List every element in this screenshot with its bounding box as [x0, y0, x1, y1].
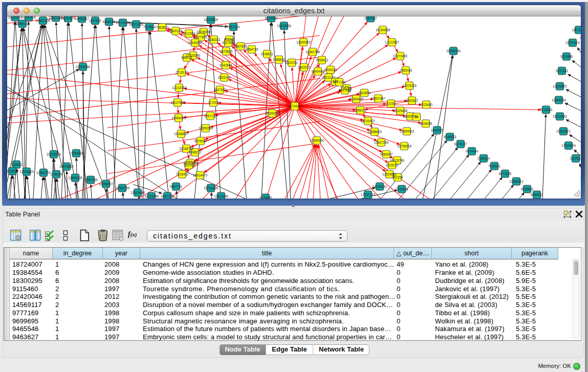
svg-text:12213363: 12213363	[172, 86, 187, 90]
svg-text:9245652: 9245652	[521, 187, 534, 191]
svg-text:7986372: 7986372	[354, 108, 367, 112]
svg-text:19384554: 19384554	[310, 139, 324, 142]
svg-text:7515524: 7515524	[143, 25, 156, 29]
svg-text:15716485: 15716485	[204, 186, 219, 190]
svg-text:9657791: 9657791	[170, 185, 183, 188]
svg-text:8454749: 8454749	[246, 48, 258, 51]
svg-text:7857224: 7857224	[227, 25, 240, 29]
svg-text:14055714: 14055714	[15, 22, 30, 26]
svg-text:10654112: 10654112	[509, 180, 524, 183]
svg-text:15692971: 15692971	[556, 129, 571, 133]
svg-text:13640910: 13640910	[296, 40, 311, 44]
svg-text:1835061: 1835061	[10, 163, 23, 166]
svg-text:16210643: 16210643	[553, 115, 568, 118]
svg-text:16120746: 16120746	[390, 159, 405, 162]
svg-text:15751074: 15751074	[565, 41, 580, 45]
svg-text:9329966: 9329966	[560, 55, 573, 58]
svg-text:11171829: 11171829	[572, 28, 581, 32]
svg-text:9146821: 9146821	[261, 52, 274, 56]
svg-text:9327508: 9327508	[222, 41, 235, 45]
svg-text:8990448: 8990448	[312, 70, 324, 73]
svg-text:9463627: 9463627	[406, 99, 419, 102]
svg-text:18724007: 18724007	[288, 104, 302, 108]
svg-text:7485063: 7485063	[400, 69, 412, 72]
svg-text:3675685: 3675685	[220, 50, 233, 53]
svg-text:5498222: 5498222	[189, 150, 202, 154]
svg-text:1621072: 1621072	[322, 76, 335, 79]
svg-text:3624554: 3624554	[358, 91, 371, 95]
svg-text:8938923: 8938923	[444, 135, 456, 139]
svg-text:12156829: 12156829	[19, 170, 34, 173]
svg-text:16033809: 16033809	[204, 18, 219, 21]
svg-text:7955812: 7955812	[316, 58, 329, 62]
svg-text:8660123: 8660123	[169, 29, 182, 33]
svg-text:6497568: 6497568	[339, 89, 352, 92]
svg-text:2803144: 2803144	[218, 76, 231, 79]
svg-text:9450612: 9450612	[531, 193, 543, 196]
svg-text:2087682: 2087682	[364, 16, 377, 20]
svg-text:12942757: 12942757	[36, 171, 51, 174]
svg-text:7625402: 7625402	[176, 172, 189, 176]
svg-text:19654925: 19654925	[171, 116, 186, 120]
svg-text:18231574: 18231574	[61, 16, 76, 20]
svg-text:8215953: 8215953	[540, 108, 553, 112]
svg-text:16914479: 16914479	[193, 173, 208, 177]
svg-text:20364436: 20364436	[349, 97, 364, 101]
svg-text:1588520: 1588520	[273, 58, 286, 61]
svg-text:8813054: 8813054	[265, 16, 278, 20]
svg-text:117006: 117006	[208, 101, 219, 104]
svg-text:2718170: 2718170	[176, 71, 188, 74]
svg-text:9227342: 9227342	[556, 69, 569, 73]
svg-text:8471676: 8471676	[499, 172, 512, 176]
svg-text:1362615: 1362615	[298, 65, 311, 69]
svg-text:989012: 989012	[181, 56, 192, 59]
svg-text:2935114: 2935114	[477, 157, 490, 160]
svg-text:8186323: 8186323	[208, 38, 221, 41]
svg-text:3915547: 3915547	[7, 169, 19, 173]
svg-text:64: 64	[415, 115, 419, 119]
svg-text:3267130: 3267130	[204, 114, 217, 118]
svg-text:10046766: 10046766	[179, 147, 194, 150]
svg-text:10543362: 10543362	[188, 41, 203, 45]
svg-text:11923446: 11923446	[214, 194, 228, 198]
svg-text:20975887: 20975887	[59, 165, 74, 168]
svg-text:16961758: 16961758	[306, 50, 320, 54]
svg-text:17957255: 17957255	[83, 178, 98, 182]
svg-text:17359934: 17359934	[69, 151, 84, 155]
svg-text:15720407: 15720407	[361, 119, 376, 123]
svg-text:17016504: 17016504	[561, 144, 576, 147]
svg-text:23226058: 23226058	[197, 30, 211, 34]
svg-text:8912954: 8912954	[183, 32, 195, 35]
svg-text:1615132: 1615132	[386, 163, 399, 167]
svg-text:12923448: 12923448	[130, 191, 145, 194]
svg-text:10688609: 10688609	[367, 130, 382, 134]
svg-text:10025438: 10025438	[393, 109, 408, 113]
svg-text:19756928: 19756928	[397, 144, 412, 148]
svg-text:6466160: 6466160	[103, 20, 116, 24]
svg-text:12213967: 12213967	[385, 40, 400, 44]
svg-text:9123455: 9123455	[259, 196, 272, 199]
svg-text:1733426: 1733426	[396, 187, 408, 191]
svg-text:1145194: 1145194	[50, 172, 63, 176]
svg-text:21053346: 21053346	[76, 65, 91, 69]
svg-text:10719155: 10719155	[116, 21, 130, 25]
svg-text:12353594: 12353594	[199, 126, 213, 130]
svg-text:9084067: 9084067	[380, 152, 393, 156]
svg-text:12093872: 12093872	[553, 84, 568, 88]
svg-text:14136141: 14136141	[373, 185, 387, 188]
svg-text:19654923: 19654923	[400, 129, 415, 133]
svg-text:9474444: 9474444	[466, 149, 478, 153]
svg-text:10958107: 10958107	[99, 182, 114, 186]
svg-text:8427552: 8427552	[214, 88, 227, 92]
svg-text:10653267: 10653267	[75, 17, 90, 20]
svg-text:25300213: 25300213	[265, 112, 280, 115]
svg-text:15807249: 15807249	[374, 141, 389, 144]
svg-text:20391406: 20391406	[21, 16, 36, 19]
svg-text:10923448: 10923448	[144, 194, 159, 198]
svg-text:9327503: 9327503	[194, 35, 207, 39]
svg-text:8322031: 8322031	[286, 61, 298, 64]
svg-text:16648784: 16648784	[446, 49, 461, 53]
svg-text:7663822: 7663822	[156, 26, 169, 29]
svg-text:6479197: 6479197	[454, 142, 467, 146]
svg-text:20206536: 20206536	[47, 152, 61, 156]
